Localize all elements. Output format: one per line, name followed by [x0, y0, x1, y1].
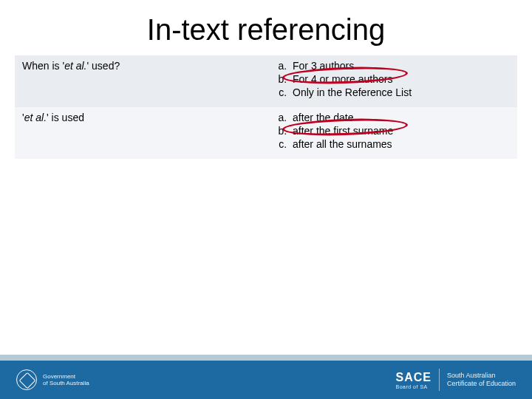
answers-cell: For 3 authors For 4 or more authors Only… — [266, 55, 517, 107]
quiz-table: When is 'et al.' used? For 3 authors For… — [15, 55, 517, 159]
question-text: et al. — [24, 112, 47, 123]
footer-bar: Government of South Australia SACE Board… — [0, 355, 532, 399]
option-item: For 3 authors — [290, 60, 510, 73]
question-text: et al. — [64, 60, 86, 72]
table-row: 'et al.' is used after the date after th… — [15, 107, 517, 159]
question-text: ' used? — [87, 60, 120, 72]
sace-sub: Board of SA — [395, 384, 431, 389]
option-item: after the date — [290, 112, 510, 125]
question-text: When is ' — [22, 60, 64, 72]
gov-label: of South Australia — [43, 380, 89, 386]
sace-desc: South Australian — [447, 372, 516, 380]
gov-label: Government — [43, 373, 89, 380]
gov-logo-block: Government of South Australia — [16, 369, 89, 390]
sace-desc: Certificate of Education — [447, 380, 516, 388]
option-item: For 4 or more authors — [290, 73, 510, 86]
sace-logo-block: SACE Board of SA South Australian Certif… — [395, 369, 516, 391]
option-item: after all the surnames — [290, 138, 510, 151]
question-cell: When is 'et al.' used? — [15, 55, 266, 107]
table-row: When is 'et al.' used? For 3 authors For… — [15, 55, 517, 107]
question-cell: 'et al.' is used — [15, 107, 266, 159]
sace-brand: SACE — [395, 371, 431, 384]
crest-icon — [16, 369, 37, 390]
divider-icon — [439, 369, 440, 391]
answers-cell: after the date after the first surname a… — [266, 107, 517, 159]
question-text: ' is used — [47, 112, 84, 123]
option-item: after the first surname — [290, 125, 510, 138]
option-item: Only in the Reference List — [290, 86, 510, 100]
page-title: In-text referencing — [0, 0, 532, 55]
